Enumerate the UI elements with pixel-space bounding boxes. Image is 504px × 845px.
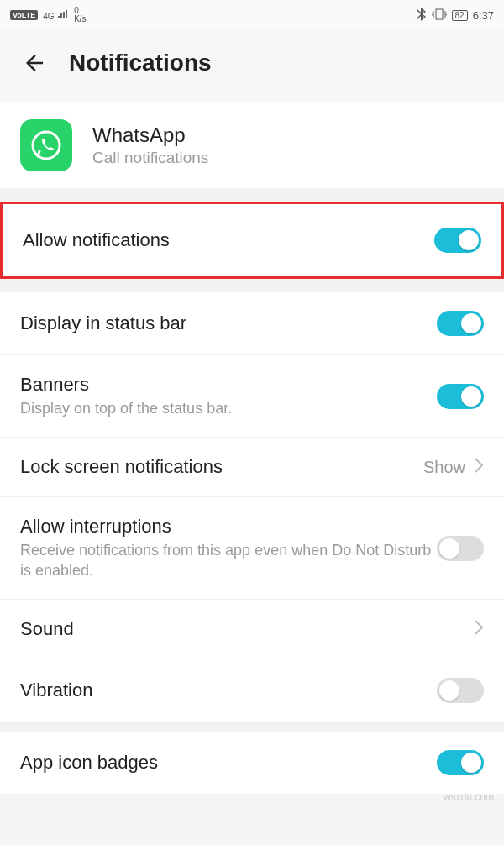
section-gap — [0, 188, 504, 202]
sound-label: Sound — [20, 618, 74, 640]
volte-badge: VoLTE — [10, 10, 38, 20]
display-status-bar-toggle[interactable] — [437, 311, 484, 336]
section-gap — [0, 722, 504, 732]
network-gen: 4G — [43, 9, 69, 22]
status-right: 82 6:37 — [417, 8, 494, 24]
back-button[interactable] — [20, 49, 49, 77]
section-gap — [0, 279, 504, 292]
data-speed: 0 K/s — [74, 7, 86, 24]
page-title: Notifications — [69, 50, 212, 76]
battery-indicator: 82 — [452, 10, 468, 21]
app-subtitle: Call notifications — [92, 149, 208, 167]
display-section: Display in status bar Banners Display on… — [0, 292, 504, 722]
allow-interruptions-row[interactable]: Allow interruptions Receive notification… — [0, 497, 504, 600]
status-left: VoLTE 4G 0 K/s — [10, 7, 87, 24]
badges-section: App icon badges — [0, 732, 504, 794]
banners-row[interactable]: Banners Display on top of the status bar… — [0, 355, 504, 438]
svg-point-1 — [33, 132, 60, 159]
app-icon-badges-label: App icon badges — [20, 752, 158, 774]
app-icon-badges-toggle[interactable] — [437, 750, 484, 775]
back-arrow-icon — [22, 50, 47, 76]
vibration-row[interactable]: Vibration — [0, 659, 504, 722]
bluetooth-icon — [417, 8, 427, 24]
app-info: WhatsApp Call notifications — [0, 102, 504, 188]
allow-interruptions-label: Allow interruptions — [20, 516, 437, 538]
net-gen-text: 4G — [43, 12, 54, 21]
allow-notifications-row[interactable]: Allow notifications — [0, 202, 504, 279]
banners-sub: Display on top of the status bar. — [20, 399, 437, 418]
status-bar: VoLTE 4G 0 K/s 82 6:37 — [0, 0, 504, 30]
vibration-toggle[interactable] — [437, 678, 484, 703]
allow-notifications-label: Allow notifications — [23, 229, 170, 251]
header: Notifications — [0, 30, 504, 102]
lock-screen-value: Show — [423, 458, 465, 477]
allow-interruptions-sub: Receive notifications from this app even… — [20, 541, 437, 580]
sound-row[interactable]: Sound — [0, 600, 504, 659]
app-icon-badges-row[interactable]: App icon badges — [0, 732, 504, 794]
banners-label: Banners — [20, 374, 437, 396]
app-name: WhatsApp — [92, 123, 208, 147]
chevron-right-icon — [474, 619, 484, 639]
allow-interruptions-toggle[interactable] — [437, 536, 484, 561]
svg-rect-0 — [436, 9, 443, 19]
banners-toggle[interactable] — [437, 384, 484, 409]
allow-notifications-toggle[interactable] — [434, 228, 481, 253]
whatsapp-icon — [20, 119, 72, 171]
display-status-bar-label: Display in status bar — [20, 312, 186, 334]
vibrate-icon — [432, 8, 447, 23]
clock-text: 6:37 — [473, 9, 494, 22]
chevron-right-icon — [474, 457, 484, 477]
lock-screen-row[interactable]: Lock screen notifications Show — [0, 438, 504, 497]
watermark: wsxdn.com — [444, 791, 494, 803]
speed-unit: K/s — [74, 15, 86, 24]
display-status-bar-row[interactable]: Display in status bar — [0, 292, 504, 355]
vibration-label: Vibration — [20, 680, 92, 701]
lock-screen-label: Lock screen notifications — [20, 456, 223, 478]
app-text: WhatsApp Call notifications — [92, 123, 208, 167]
signal-icon — [57, 9, 69, 19]
